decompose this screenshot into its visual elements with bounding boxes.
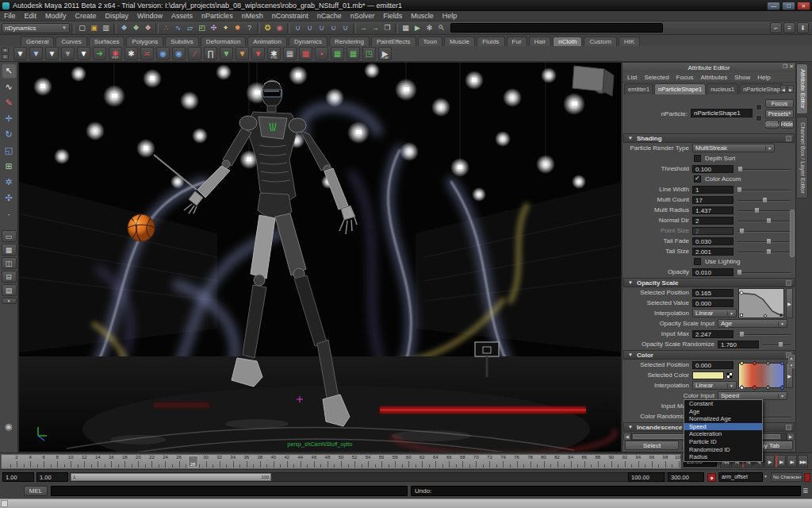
hide-button[interactable]: Hide [780, 120, 794, 129]
interactive-playback-icon[interactable]: ▶PLAY [378, 47, 392, 60]
section-menu-icon[interactable] [786, 425, 791, 430]
slider-handle[interactable] [739, 228, 745, 234]
cloth-pants-icon[interactable]: ∏ [204, 47, 217, 60]
menu-display[interactable]: Display [105, 12, 129, 20]
remove-constraint-icon[interactable]: ∕ [188, 47, 201, 60]
dock-tab-attribute-editor[interactable]: Attribute Editor [796, 64, 808, 114]
range-slider-handle[interactable]: 1 100 [71, 473, 271, 481]
dropdown-option-acceleration[interactable]: Acceleration [684, 430, 762, 438]
threshold-slider[interactable] [737, 165, 791, 173]
nconstraint-component-icon[interactable]: ➜ [93, 47, 106, 60]
node-next-button[interactable] [756, 115, 762, 121]
slider-handle[interactable] [762, 197, 768, 203]
animation-end-field[interactable]: 300.00 [668, 472, 704, 482]
mask-points-icon[interactable]: ∴ [160, 22, 172, 34]
menu-nsolver[interactable]: nSolver [350, 12, 375, 20]
range-slider-track[interactable]: 1 100 [70, 472, 680, 482]
ipr-render-icon[interactable]: ▶ [412, 22, 423, 34]
menu-nmesh[interactable]: nMesh [242, 12, 263, 20]
time-slider[interactable]: 2468101214161820222426283032343638404244… [1, 454, 681, 469]
nparticle-fill-icon[interactable]: ◉ [156, 47, 170, 60]
focus-button[interactable]: Focus [765, 99, 794, 108]
os-selected-position-field[interactable]: 0.165 [692, 289, 733, 297]
current-frame-marker[interactable]: 28 [188, 456, 198, 468]
opacity-ramp-widget[interactable] [738, 288, 784, 318]
layout-hypershade-button[interactable]: ▤ [2, 284, 17, 296]
ae-tab-nucleus1[interactable]: nucleus1 [707, 83, 738, 94]
show-button[interactable]: Show [765, 120, 779, 129]
input-connections-icon[interactable]: → [358, 22, 370, 34]
menu-window[interactable]: Window [137, 12, 163, 20]
layout-four-pane-button[interactable]: ▦ [2, 244, 17, 256]
go-to-end-button[interactable]: ▶▶| [798, 455, 808, 468]
shelf-tab-polygons[interactable]: Polygons [126, 37, 163, 46]
shelf-tab-curves[interactable]: Curves [56, 37, 86, 46]
ramp-key[interactable] [779, 314, 783, 317]
mask-rendering-icon[interactable]: ✹ [232, 22, 243, 34]
shelf-tab-muscle[interactable]: Muscle [444, 37, 475, 46]
paint-vertex-smooth-icon[interactable]: ✱PVS [267, 47, 281, 60]
auto-key-button[interactable] [804, 473, 810, 482]
menu-nparticles[interactable]: nParticles [201, 12, 233, 20]
menu-muscle[interactable]: Muscle [411, 12, 434, 20]
particle-render-type-dropdown[interactable]: MultiStreak▼ [692, 144, 775, 152]
ramp-key[interactable] [740, 314, 743, 317]
menu-help[interactable]: Help [442, 12, 458, 20]
slider-handle[interactable] [766, 217, 772, 224]
step-forward-frame-button[interactable]: ▶| [787, 455, 797, 468]
mask-lines-icon[interactable]: ∿ [172, 22, 184, 34]
rotate-tool[interactable]: ↻ [2, 127, 17, 142]
normal-dir-field[interactable]: 2 [692, 217, 733, 225]
node-prev-button[interactable] [756, 104, 762, 110]
character-set-dropdown[interactable]: No Character Set [771, 472, 802, 482]
mask-dynamics-icon[interactable]: ✦ [220, 22, 232, 34]
paint-vertex-tool-icon[interactable]: ✱PVT [109, 47, 122, 60]
move-tool[interactable]: ✛ [2, 111, 17, 126]
attribute-editor-title[interactable]: Attribute Editor [622, 63, 795, 72]
open-scene-icon[interactable]: ▣ [88, 22, 100, 34]
menu-file[interactable]: File [4, 12, 16, 20]
node-name-field[interactable]: nParticleShape1 [691, 109, 753, 117]
script-editor-icon[interactable]: ≣ [802, 487, 809, 495]
soft-mod-tool[interactable]: ✲ [2, 175, 17, 190]
toggle-channel-box-icon[interactable]: ⬇ [797, 22, 809, 33]
render-view-icon[interactable]: ▦ [400, 22, 412, 34]
close-button[interactable]: ✕ [797, 2, 810, 10]
ae-menu-focus[interactable]: Focus [676, 74, 694, 81]
menu-edit[interactable]: Edit [25, 12, 37, 20]
cloth-attract-icon[interactable]: ▼ [236, 47, 249, 60]
line-width-slider[interactable] [737, 186, 791, 194]
cloth-collide-icon[interactable]: ▼ [220, 47, 233, 60]
os-randomize-slider[interactable] [763, 341, 791, 348]
multi-count-slider[interactable] [737, 196, 791, 204]
construction-history-icon[interactable]: ❐ [381, 22, 393, 34]
paint-effects-icon[interactable]: ◉ [5, 421, 13, 432]
opacity-field[interactable]: 0.010 [692, 268, 733, 276]
scroll-up-icon[interactable]: ▲ [788, 355, 795, 361]
line-width-field[interactable]: 1 [692, 186, 733, 194]
opacity-scale-input-dropdown[interactable]: Age▼ [718, 319, 787, 328]
output-connections-icon[interactable]: → [370, 22, 381, 34]
mask-misc-icon[interactable]: ? [243, 22, 255, 34]
select-hierarchy-icon[interactable]: ❖ [118, 22, 130, 34]
remove-ncloth-icon[interactable]: ▼ [61, 47, 75, 60]
slider-handle[interactable] [766, 238, 772, 244]
menu-nconstraint[interactable]: nConstraint [272, 12, 308, 20]
color-accum-checkbox[interactable] [694, 175, 701, 183]
paint-select-tool[interactable]: ✎ [2, 95, 17, 110]
os-randomize-field[interactable]: 1.760 [718, 341, 759, 348]
layout-persp-outliner-button[interactable]: ◫ [2, 257, 17, 269]
shelf-tab-custom[interactable]: Custom [584, 37, 617, 46]
ramp-key-top[interactable] [740, 361, 744, 365]
playback-end-field[interactable]: 100.00 [628, 472, 665, 482]
shelf-tab-hik[interactable]: HIK [619, 37, 640, 46]
quick-selection-field[interactable] [450, 23, 663, 33]
shelf-tab-painteffects[interactable]: PaintEffects [371, 37, 416, 46]
paint-properties-icon[interactable]: ✱ [124, 47, 138, 60]
section-color[interactable]: ▼Color [623, 350, 795, 360]
snap-view-icon[interactable]: ∪ [339, 22, 351, 34]
ae-tab-nparticleshape1[interactable]: nParticleShape1 [654, 83, 706, 94]
shelf-tab-ncloth[interactable]: nCloth [553, 37, 582, 46]
os-input-max-slider[interactable] [737, 330, 791, 338]
shelf-tab-surfaces[interactable]: Surfaces [89, 37, 125, 46]
